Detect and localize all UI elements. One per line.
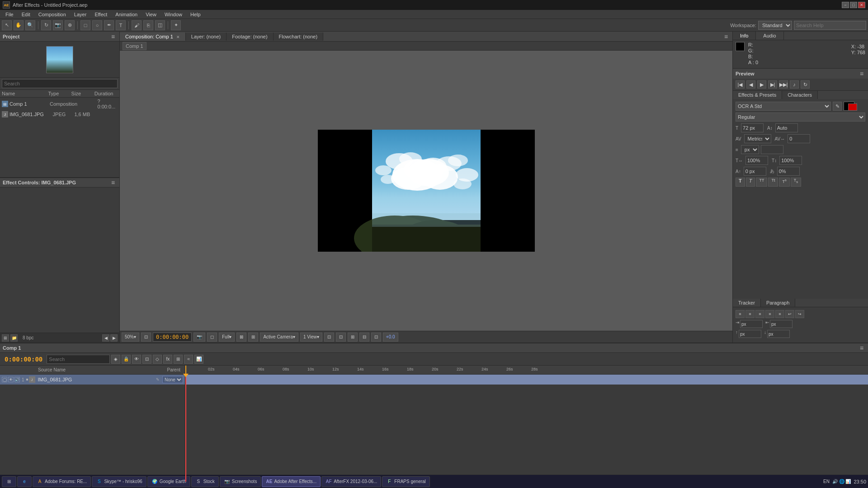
pixel-aspect-btn[interactable]: ⊞	[248, 333, 258, 342]
tab-layer[interactable]: Layer: (none)	[186, 33, 226, 41]
layer-expand-btn[interactable]	[26, 379, 28, 380]
font-stroke-swatch[interactable]	[848, 103, 857, 111]
tab-composition[interactable]: Composition: Comp 1 ✕	[120, 33, 186, 41]
timeline-track-bar-1[interactable]	[185, 375, 868, 385]
timeline-timecode[interactable]: 0:00:00:00	[2, 356, 45, 363]
zoom-select[interactable]: 50% ▾	[122, 333, 139, 342]
timeline-solo-btn[interactable]: ◈	[111, 355, 120, 364]
prev-page-button[interactable]: ◀	[102, 334, 109, 342]
indent-left-input[interactable]	[740, 320, 763, 328]
tool-mask-ellipse[interactable]: ○	[92, 20, 102, 30]
tool-puppet[interactable]: ✦	[171, 20, 181, 30]
maximize-button[interactable]: □	[850, 2, 857, 8]
taskbar-ie-btn[interactable]: e	[17, 476, 32, 487]
loop-button[interactable]: ↻	[801, 80, 810, 89]
reset-exposure-btn[interactable]: ⊡	[324, 333, 334, 342]
tab-paragraph[interactable]: Paragraph	[761, 299, 795, 307]
tracking-input[interactable]	[788, 134, 810, 143]
effect-controls-menu[interactable]: ≡	[109, 179, 117, 186]
tool-select[interactable]: ↖	[2, 20, 12, 30]
tool-clone[interactable]: ⎘	[143, 20, 153, 30]
layer-parent-select[interactable]: None	[162, 376, 183, 383]
font-family-select[interactable]: OCR A Std	[736, 102, 831, 111]
tool-text[interactable]: T	[116, 20, 126, 30]
layer-solo-btn[interactable]: ◯	[2, 377, 7, 382]
grid-btn[interactable]: ⊞	[348, 333, 358, 342]
menu-effect[interactable]: Effect	[91, 11, 111, 18]
baseline-input[interactable]	[744, 167, 766, 176]
taskbar-fraps-btn[interactable]: F FRAPS general	[382, 476, 429, 487]
minimize-button[interactable]: −	[842, 2, 849, 8]
taskbar-start-btn[interactable]: ⊞	[2, 476, 16, 487]
tool-hand[interactable]: ✋	[14, 20, 24, 30]
text-sub-btn[interactable]: Ts	[791, 178, 801, 187]
ltr-btn[interactable]: ↪	[795, 310, 804, 318]
view-select[interactable]: 1 View ▾	[300, 333, 322, 342]
taskbar-skype-btn[interactable]: S Skype™ - hrisko96	[92, 476, 146, 487]
tab-comp-close[interactable]: ✕	[176, 35, 180, 39]
open-folder-button[interactable]: 📁	[10, 334, 18, 342]
tool-anchor[interactable]: ⊕	[65, 20, 75, 30]
timeline-graph-btn[interactable]: 📊	[194, 355, 203, 364]
menu-window[interactable]: Window	[161, 11, 186, 18]
scale-v-input[interactable]	[779, 156, 802, 165]
audio-button[interactable]: ♪	[790, 80, 799, 89]
align-left-btn[interactable]: ≡	[736, 310, 745, 318]
taskbar-screenshots-btn[interactable]: 📷 Screenshots	[220, 476, 261, 487]
layer-mode-btn[interactable]: ✎	[156, 377, 160, 382]
tab-footage[interactable]: Footage: (none)	[226, 33, 273, 41]
menu-layer[interactable]: Layer	[71, 11, 90, 18]
tsukimi-input[interactable]	[777, 167, 800, 176]
timeline-menu-btn[interactable]: ≡	[858, 344, 865, 352]
menu-animation[interactable]: Animation	[112, 11, 141, 18]
viewer-panel-menu[interactable]: ≡	[722, 33, 730, 40]
layer-vis-btn[interactable]: 👁	[8, 377, 14, 382]
indent-right-input[interactable]	[770, 320, 793, 328]
search-help-input[interactable]	[794, 21, 866, 30]
tool-brush[interactable]: 🖌	[132, 20, 142, 30]
taskbar-ae-btn[interactable]: AE Adobe After Effects...	[262, 476, 321, 487]
toggle-channels-btn[interactable]: ⊡	[336, 333, 346, 342]
preview-menu-btn[interactable]: ≡	[858, 70, 865, 77]
tab-flowchart[interactable]: Flowchart: (none)	[274, 33, 324, 41]
align-right-btn[interactable]: ≡	[755, 310, 764, 318]
tool-mask-rect[interactable]: □	[80, 20, 90, 30]
rtl-btn[interactable]: ↩	[785, 310, 794, 318]
text-smallcaps-btn[interactable]: Tt	[768, 178, 778, 187]
first-frame-button[interactable]: |◀	[736, 80, 745, 89]
tab-effects-presets[interactable]: Effects & Presets	[733, 91, 782, 99]
safe-zones-btn[interactable]: ⊡	[371, 333, 381, 342]
tab-audio[interactable]: Audio	[756, 32, 783, 40]
timeline-search-input[interactable]	[47, 355, 110, 364]
font-leading-input[interactable]	[775, 123, 798, 132]
play-button[interactable]: ▶	[757, 80, 766, 89]
menu-view[interactable]: View	[142, 11, 160, 18]
timeline-fx-btn[interactable]: fx	[163, 355, 172, 364]
snapshot-btn[interactable]: 📷	[193, 333, 205, 342]
prev-frame-button[interactable]: ◀	[746, 80, 755, 89]
font-size-input[interactable]	[741, 123, 764, 132]
text-bold-btn[interactable]: T	[736, 178, 745, 187]
kerning-select[interactable]: Metrics	[744, 134, 771, 143]
breadcrumb-comp1[interactable]: Comp 1	[123, 42, 146, 50]
project-item-img[interactable]: J IMG_0681.JPG JPEG 1,6 MB	[0, 110, 119, 118]
tool-camera[interactable]: 📷	[53, 20, 63, 30]
align-center-btn[interactable]: ≡	[745, 310, 755, 318]
timecode-display[interactable]: 0:00:00:00	[153, 333, 192, 342]
layer-audio-btn[interactable]: 🔊	[14, 377, 20, 382]
menu-composition[interactable]: Composition	[35, 11, 70, 18]
text-caps-btn[interactable]: TT	[756, 178, 767, 187]
project-search-input[interactable]	[2, 79, 118, 88]
tab-tracker[interactable]: Tracker	[733, 299, 761, 307]
timeline-collapse-btn[interactable]: ⊡	[142, 355, 151, 364]
tab-info[interactable]: Info	[733, 32, 756, 40]
space-after-input[interactable]	[767, 330, 790, 338]
line-spacing-input[interactable]	[761, 145, 783, 154]
next-page-button[interactable]: ▶	[110, 334, 118, 342]
font-edit-btn[interactable]: ✎	[833, 102, 842, 111]
text-super-btn[interactable]: Ts	[779, 178, 789, 187]
line-spacing-unit[interactable]: px	[741, 145, 759, 154]
scale-h-input[interactable]	[745, 156, 768, 165]
tool-pen[interactable]: ✒	[104, 20, 114, 30]
tab-characters[interactable]: Characters	[782, 91, 818, 99]
